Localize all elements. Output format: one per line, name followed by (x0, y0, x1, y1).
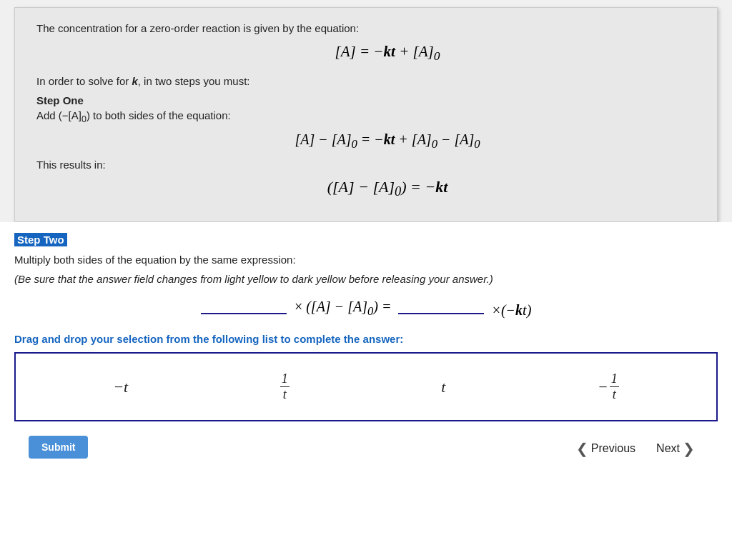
drag-option-1-over-t[interactable]: 1 t (269, 368, 300, 406)
previous-button[interactable]: ❮ Previous (568, 436, 644, 461)
drag-label: Drag and drop your selection from the fo… (14, 333, 718, 345)
drag-option-neg-t[interactable]: −t (102, 374, 139, 400)
next-button[interactable]: Next ❯ (648, 436, 703, 461)
note-text: (Be sure that the answer field changes f… (14, 271, 718, 288)
equation1: [A] = −kt + [A]0 (79, 43, 696, 64)
drag-option-neg-1-over-t[interactable]: − 1 t (587, 368, 630, 406)
equation2: [A] − [A]0 = −kt + [A]0 − [A]0 (79, 131, 696, 151)
intro-text: The concentration for a zero-order react… (36, 22, 696, 34)
previous-label: Previous (591, 442, 635, 455)
drag-option-t[interactable]: t (430, 374, 456, 400)
chevron-right-icon: ❯ (683, 440, 695, 457)
equation-with-blanks: × ([A] − [A]0) = ×(−kt) (14, 299, 718, 319)
step-two-header: Step Two (14, 233, 67, 246)
add-instruction: Add (−[A]0) to both sides of the equatio… (36, 109, 696, 124)
next-label: Next (656, 442, 680, 455)
result-text: This results in: (36, 159, 696, 171)
blank-right[interactable] (398, 313, 484, 319)
submit-button[interactable]: Submit (29, 436, 88, 459)
blank-left[interactable] (201, 313, 287, 319)
page-container: The concentration for a zero-order react… (0, 0, 732, 560)
multiply-text: Multiply both sides of the equation by t… (14, 254, 718, 266)
solve-intro: In order to solve for k, in two steps yo… (36, 75, 696, 87)
top-card: The concentration for a zero-order react… (14, 7, 718, 222)
drag-options-box: −t 1 t t − 1 t (14, 352, 718, 421)
equation3: ([A] − [A]0) = −kt (79, 178, 696, 199)
footer-nav: ❮ Previous Next ❯ (553, 429, 718, 469)
bottom-section: Step Two Multiply both sides of the equa… (0, 222, 732, 560)
step-one-label: Step One (36, 94, 696, 106)
chevron-left-icon: ❮ (576, 440, 588, 457)
